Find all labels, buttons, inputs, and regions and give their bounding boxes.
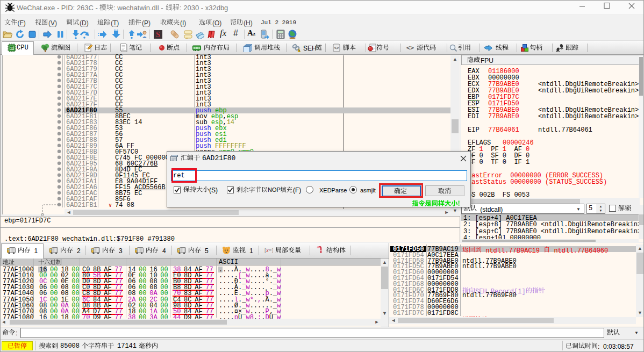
svg-text:32: 32 <box>10 47 13 50</box>
svg-text:!: ! <box>298 49 299 53</box>
svg-text:S: S <box>156 31 160 39</box>
svg-text:<>: <> <box>406 44 414 52</box>
svg-text:<>: <> <box>334 46 339 51</box>
svg-text:[x=]: [x=] <box>264 247 273 253</box>
